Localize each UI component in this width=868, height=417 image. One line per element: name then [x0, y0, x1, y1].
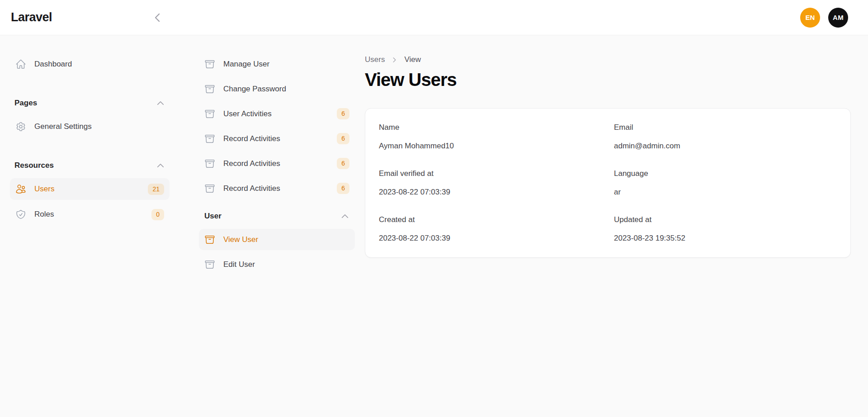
field-updated-at: Updated at 2023-08-23 19:35:52: [614, 214, 837, 244]
sidebar-item-label: Users: [34, 185, 54, 194]
gear-icon: [15, 121, 26, 132]
subnav-item-label: Record Activities: [223, 134, 280, 143]
archive-box-icon: [204, 133, 215, 144]
field-label: Language: [614, 168, 837, 179]
field-label: Updated at: [614, 214, 837, 225]
chevron-up-icon: [156, 161, 165, 170]
field-email: Email admin@admin.com: [614, 122, 837, 152]
app-logo[interactable]: Laravel: [11, 10, 52, 24]
archive-box-icon: [204, 234, 215, 245]
group-label: User: [204, 211, 222, 222]
subnav-item-label: User Activities: [223, 109, 272, 118]
subnav-item-edit-user[interactable]: Edit User: [199, 254, 355, 275]
field-label: Email verified at: [379, 168, 602, 179]
subnav-item-change-password[interactable]: Change Password: [199, 78, 355, 100]
subnav-group-user-header[interactable]: User: [199, 211, 355, 222]
archive-box-icon: [204, 59, 215, 70]
subnav-item-label: Record Activities: [223, 159, 280, 168]
field-created-at: Created at 2023-08-22 07:03:39: [379, 214, 602, 244]
sidebar-item-users[interactable]: Users 21: [10, 178, 170, 200]
subnav-item-view-user[interactable]: View User: [199, 229, 355, 250]
field-label: Email: [614, 122, 837, 133]
subnav-item-label: Manage User: [223, 60, 269, 69]
subnav-item-user-activities[interactable]: User Activities 6: [199, 103, 355, 124]
avatar[interactable]: AM: [828, 8, 848, 28]
sidebar-item-label: Dashboard: [34, 60, 72, 69]
field-value: 2023-08-23 19:35:52: [614, 233, 837, 244]
field-value: 2023-08-22 07:03:39: [379, 187, 602, 198]
field-email-verified-at: Email verified at 2023-08-22 07:03:39: [379, 168, 602, 198]
record-activities-count-badge: 6: [337, 133, 349, 144]
page-title: View Users: [365, 69, 851, 90]
field-name: Name Ayman Mohammed10: [379, 122, 602, 152]
sidebar-collapse-button[interactable]: [151, 11, 164, 24]
language-switcher-button[interactable]: EN: [800, 8, 820, 28]
group-label: Pages: [14, 98, 37, 109]
subnav-item-label: Edit User: [223, 260, 255, 269]
sidebar-group-resources: Resources Users 21 Roles 0: [10, 160, 170, 225]
archive-box-icon: [204, 183, 215, 194]
field-value: admin@admin.com: [614, 141, 837, 152]
sidebar-item-label: General Settings: [34, 122, 92, 131]
archive-box-icon: [204, 84, 215, 95]
resource-subnavigation: Manage User Change Password User Activit…: [190, 35, 364, 279]
archive-box-icon: [204, 259, 215, 270]
field-value: Ayman Mohammed10: [379, 141, 602, 152]
record-activities-count-badge: 6: [337, 183, 349, 194]
breadcrumb-current: View: [404, 54, 421, 65]
sidebar-group-pages: Pages General Settings: [10, 98, 170, 137]
shield-check-icon: [15, 209, 26, 220]
chevron-up-icon: [156, 99, 165, 108]
breadcrumb-users-link[interactable]: Users: [365, 54, 385, 65]
users-icon: [15, 184, 26, 194]
field-language: Language ar: [614, 168, 837, 198]
field-label: Created at: [379, 214, 602, 225]
chevron-left-icon: [151, 12, 163, 24]
main-content: Users View View Users Name Ayman Mohamme…: [364, 35, 868, 258]
subnav-group-user: User View User Edit User: [199, 211, 355, 275]
user-activities-count-badge: 6: [337, 108, 349, 119]
subnav-item-label: Change Password: [223, 85, 286, 94]
sidebar: Dashboard Pages General Settings Resourc…: [0, 35, 181, 229]
group-label: Resources: [14, 160, 54, 171]
sidebar-item-roles[interactable]: Roles 0: [10, 204, 170, 225]
subnav-item-record-activities-3[interactable]: Record Activities 6: [199, 178, 355, 199]
topbar: Laravel EN AM: [0, 0, 868, 35]
subnav-item-label: View User: [223, 235, 258, 244]
sidebar-group-resources-header[interactable]: Resources: [10, 160, 170, 171]
home-icon: [15, 59, 26, 70]
field-value: 2023-08-22 07:03:39: [379, 233, 602, 244]
sidebar-item-dashboard[interactable]: Dashboard: [10, 53, 170, 75]
record-activities-count-badge: 6: [337, 158, 349, 169]
chevron-right-icon: [391, 57, 398, 63]
users-count-badge: 21: [148, 184, 164, 195]
sidebar-item-label: Roles: [34, 210, 54, 219]
field-value: ar: [614, 187, 837, 198]
subnav-item-label: Record Activities: [223, 184, 280, 193]
roles-count-badge: 0: [151, 209, 164, 220]
sidebar-item-general-settings[interactable]: General Settings: [10, 116, 170, 137]
user-details-card: Name Ayman Mohammed10 Email admin@admin.…: [365, 108, 851, 258]
subnav-item-record-activities-1[interactable]: Record Activities 6: [199, 128, 355, 149]
field-label: Name: [379, 122, 602, 133]
sidebar-group-pages-header[interactable]: Pages: [10, 98, 170, 109]
archive-box-icon: [204, 109, 215, 119]
breadcrumb: Users View: [365, 54, 851, 65]
subnav-item-record-activities-2[interactable]: Record Activities 6: [199, 153, 355, 174]
archive-box-icon: [204, 158, 215, 169]
topbar-actions: EN AM: [800, 8, 848, 28]
subnav-item-manage-user[interactable]: Manage User: [199, 53, 355, 75]
chevron-up-icon: [340, 212, 349, 221]
